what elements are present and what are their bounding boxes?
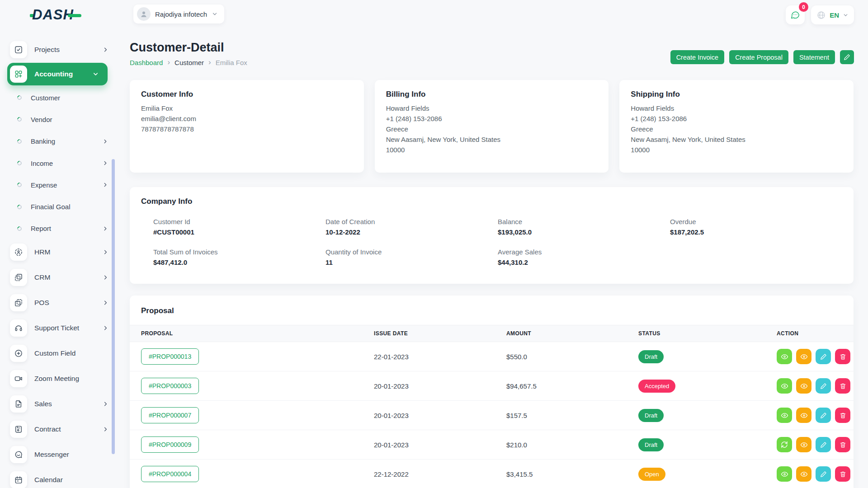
trash-icon xyxy=(840,412,846,419)
sidebar-item-calendar[interactable]: Calendar xyxy=(7,467,118,488)
logo-accent-dash xyxy=(68,14,81,17)
edit-customer-button[interactable] xyxy=(840,50,854,64)
shipping-phone: +1 (248) 153-2086 xyxy=(631,115,842,122)
sidebar-item-label: Contract xyxy=(34,425,61,433)
status-badge: Draft xyxy=(638,409,664,422)
shipping-country: Greece xyxy=(631,125,842,133)
amount-cell: $157.5 xyxy=(506,412,638,419)
app-logo: DASH xyxy=(30,7,81,23)
edit-button[interactable] xyxy=(816,466,831,482)
trash-icon xyxy=(840,441,846,448)
delete-button[interactable] xyxy=(835,378,850,394)
status-badge: Open xyxy=(638,468,665,481)
sidebar-item-income[interactable]: Income xyxy=(7,152,118,174)
field-overdue: Overdue $187,202.5 xyxy=(670,218,842,236)
sidebar-item-finacial-goal[interactable]: Finacial Goal xyxy=(7,196,118,217)
pencil-icon xyxy=(820,471,827,478)
sidebar-item-banking[interactable]: Banking xyxy=(7,131,118,152)
sidebar-item-contract[interactable]: Contract xyxy=(7,417,118,442)
sidebar-scrollbar[interactable] xyxy=(112,159,115,454)
field-customer-id: Customer Id #CUST00001 xyxy=(153,218,326,236)
delete-button[interactable] xyxy=(835,349,850,364)
preview-button[interactable] xyxy=(796,437,811,452)
preview-button[interactable] xyxy=(796,349,811,364)
pos-icon xyxy=(10,294,27,311)
preview-button[interactable] xyxy=(796,408,811,423)
notification-badge: 0 xyxy=(799,2,808,12)
preview-button[interactable] xyxy=(796,378,811,394)
sidebar-item-label: Zoom Meeting xyxy=(34,375,79,383)
sidebar-item-sales[interactable]: Sales xyxy=(7,391,118,417)
shipping-info-card: Shipping Info Howard Fields +1 (248) 153… xyxy=(619,80,854,173)
sidebar-item-hrm[interactable]: HRM xyxy=(7,239,118,265)
delete-button[interactable] xyxy=(835,408,850,423)
accounting-submenu: Customer Vendor Banking Income Expense F… xyxy=(7,87,118,239)
workspace-name: Rajodiya infotech xyxy=(155,10,207,18)
breadcrumb-customer-link[interactable]: Customer xyxy=(175,59,204,66)
sidebar-item-zoom-meeting[interactable]: Zoom Meeting xyxy=(7,366,118,391)
proposal-id-link[interactable]: #PROP000003 xyxy=(141,378,199,394)
messages-button[interactable]: 0 xyxy=(786,5,805,24)
language-selector[interactable]: EN xyxy=(811,5,854,24)
sidebar-item-label: HRM xyxy=(34,248,50,256)
edit-button[interactable] xyxy=(816,408,831,423)
sidebar-item-label: Accounting xyxy=(34,70,73,78)
chevron-down-icon xyxy=(92,71,99,78)
delete-button[interactable] xyxy=(835,466,850,482)
create-proposal-button[interactable]: Create Proposal xyxy=(729,50,788,64)
proposal-id-link[interactable]: #PROP000009 xyxy=(141,436,199,453)
pencil-icon xyxy=(820,412,827,419)
sidebar-item-pos[interactable]: POS xyxy=(7,290,118,315)
edit-button[interactable] xyxy=(816,349,831,364)
delete-button[interactable] xyxy=(835,437,850,452)
proposal-id-link[interactable]: #PROP000007 xyxy=(141,407,199,423)
sidebar-item-vendor[interactable]: Vendor xyxy=(7,108,118,130)
table-row: #PROP000003 20-01-2023 $94,657.5 Accepte… xyxy=(130,371,854,401)
proposal-card: Proposal PROPOSAL ISSUE DATE AMOUNT STAT… xyxy=(130,296,854,488)
view-button[interactable] xyxy=(777,349,792,364)
billing-zip: 10000 xyxy=(386,146,598,154)
chevron-right-icon xyxy=(102,47,109,53)
sidebar-item-messenger[interactable]: Messenger xyxy=(7,442,118,467)
statement-button[interactable]: Statement xyxy=(793,50,835,64)
create-invoice-button[interactable]: Create Invoice xyxy=(670,50,725,64)
row-actions xyxy=(777,349,854,364)
proposal-id-link[interactable]: #PROP000013 xyxy=(141,348,199,365)
sidebar-item-expense[interactable]: Expense xyxy=(7,174,118,196)
page-header: Customer-Detail Dashboard › Customer › E… xyxy=(130,29,861,66)
sidebar-item-accounting[interactable]: Accounting xyxy=(7,63,108,85)
view-button[interactable] xyxy=(777,378,792,394)
sidebar-item-report[interactable]: Report xyxy=(7,218,118,239)
breadcrumb-dashboard-link[interactable]: Dashboard xyxy=(130,59,163,66)
sidebar-item-customer[interactable]: Customer xyxy=(7,87,118,108)
pencil-icon xyxy=(820,353,827,360)
billing-info-card: Billing Info Howard Fields +1 (248) 153-… xyxy=(375,80,609,173)
avatar xyxy=(137,7,151,21)
chevron-right-icon xyxy=(102,225,108,232)
refresh-icon xyxy=(781,441,788,448)
globe-icon xyxy=(816,10,826,20)
view-button[interactable] xyxy=(777,466,792,482)
sidebar-item-projects[interactable]: Projects xyxy=(7,38,118,61)
eye-icon xyxy=(800,382,808,390)
proposal-id-link[interactable]: #PROP000004 xyxy=(141,466,199,482)
view-button[interactable] xyxy=(777,408,792,423)
edit-button[interactable] xyxy=(816,437,831,452)
column-header-issue-date: ISSUE DATE xyxy=(374,330,506,337)
field-quantity-of-invoice: Quantity of Invoice 11 xyxy=(326,248,498,266)
preview-button[interactable] xyxy=(796,466,811,482)
column-header-amount: AMOUNT xyxy=(506,330,638,337)
workspace-selector[interactable]: Rajodiya infotech xyxy=(133,5,224,23)
sidebar-item-custom-field[interactable]: Custom Field xyxy=(7,341,118,366)
bullet-icon xyxy=(16,160,23,166)
proposal-table-header: PROPOSAL ISSUE DATE AMOUNT STATUS ACTION xyxy=(130,325,854,342)
sidebar-item-crm[interactable]: CRM xyxy=(7,265,118,290)
eye-icon xyxy=(781,353,788,361)
sidebar-item-label: POS xyxy=(34,299,49,307)
table-row: #PROP000004 22-12-2022 $3,415.5 Open xyxy=(130,460,854,488)
sidebar-item-label: Custom Field xyxy=(34,349,75,357)
amount-cell: $3,415.5 xyxy=(506,470,638,478)
convert-to-invoice-button[interactable] xyxy=(777,437,792,452)
sidebar-item-support-ticket[interactable]: Support Ticket xyxy=(7,315,118,341)
edit-button[interactable] xyxy=(816,378,831,394)
